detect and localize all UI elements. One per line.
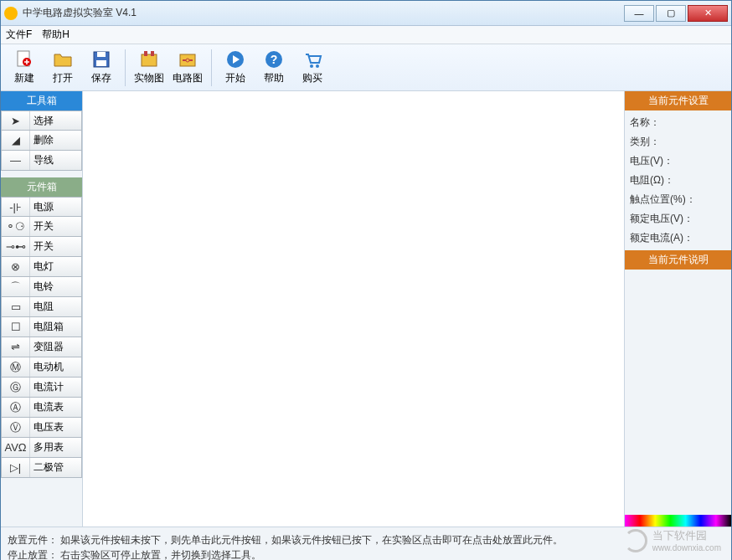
minimize-button[interactable]: — [624, 5, 654, 22]
realview-icon [139, 49, 159, 69]
component-icon: ▭ [2, 297, 30, 316]
svg-rect-3 [97, 52, 106, 57]
watermark-icon [624, 529, 647, 552]
component-icon: ⊗ [2, 257, 30, 276]
color-picker-bar[interactable] [625, 515, 731, 527]
component-item-4[interactable]: ⌒电铃 [1, 277, 82, 297]
cursor-icon: ➤ [2, 111, 30, 130]
new-icon [14, 49, 34, 69]
eraser-icon: ◢ [2, 131, 30, 150]
circuitview-icon [178, 49, 198, 69]
app-icon [4, 7, 18, 20]
window-controls: — ▢ ✕ [624, 5, 728, 22]
toolbox-header: 工具箱 [1, 91, 82, 110]
maximize-button[interactable]: ▢ [656, 5, 686, 22]
component-label: 电流计 [30, 380, 81, 394]
component-label: 电流表 [30, 400, 81, 414]
buy-button[interactable]: 购买 [294, 47, 331, 89]
component-item-1[interactable]: ⚬⚆开关 [1, 217, 82, 237]
help-button[interactable]: ? 帮助 [255, 47, 292, 89]
menu-help[interactable]: 帮助H [42, 28, 70, 42]
app-window: 中学电路虚拟实验室 V4.1 — ▢ ✕ 文件F 帮助H 新建 打开 保存 实物… [0, 0, 732, 560]
component-icon: Ⓖ [2, 378, 30, 397]
component-item-3[interactable]: ⊗电灯 [1, 257, 82, 277]
component-label: 电铃 [30, 280, 81, 294]
component-item-7[interactable]: ⇌变阻器 [1, 337, 82, 357]
status-line1: 放置元件： 如果该元件按钮未按下，则先单击此元件按钮，如果该元件按钮已按下，在实… [8, 532, 724, 547]
new-button[interactable]: 新建 [6, 47, 43, 89]
component-list: -|⊦电源⚬⚆开关⊸⊷开关⊗电灯⌒电铃▭电阻☐电阻箱⇌变阻器Ⓜ电动机Ⓖ电流计Ⓐ电… [1, 197, 82, 478]
component-label: 电灯 [30, 259, 81, 274]
prop-res: 电阻(Ω)： [630, 173, 726, 188]
component-item-2[interactable]: ⊸⊷开关 [1, 237, 82, 257]
component-item-0[interactable]: -|⊦电源 [1, 197, 82, 217]
component-label: 多用表 [30, 440, 81, 455]
toolbar-sep-2 [211, 49, 212, 86]
component-label: 电动机 [30, 360, 81, 374]
window-title: 中学电路虚拟实验室 V4.1 [23, 6, 624, 20]
open-icon [53, 49, 73, 69]
watermark-url: www.downxia.com [652, 543, 721, 552]
component-icon: Ⓜ [2, 357, 30, 377]
props-header: 当前元件设置 [625, 91, 731, 110]
svg-rect-5 [142, 54, 157, 66]
componentbox-header: 元件箱 [1, 177, 82, 197]
prop-name: 名称： [630, 116, 726, 130]
start-button[interactable]: 开始 [217, 47, 254, 89]
close-button[interactable]: ✕ [688, 5, 728, 22]
component-label: 电阻箱 [30, 320, 81, 334]
toolbar: 新建 打开 保存 实物图 电路图 开始 ? 帮助 购买 [1, 44, 731, 91]
right-pane: 当前元件设置 名称： 类别： 电压(V)： 电阻(Ω)： 触点位置(%)： 额定… [624, 91, 731, 527]
component-icon: -|⊦ [2, 198, 30, 216]
svg-rect-6 [144, 51, 147, 56]
start-icon [225, 49, 245, 69]
component-item-9[interactable]: Ⓖ电流计 [1, 378, 82, 398]
prop-ratedv: 额定电压(V)： [630, 212, 726, 226]
component-label: 电源 [30, 200, 81, 214]
buy-icon [302, 49, 322, 69]
titlebar: 中学电路虚拟实验室 V4.1 — ▢ ✕ [1, 1, 731, 26]
component-icon: AVΩ [2, 438, 30, 457]
prop-type: 类别： [630, 135, 726, 149]
component-icon: Ⓥ [2, 418, 30, 437]
wire-icon: — [2, 151, 30, 170]
component-icon: ☐ [2, 317, 30, 337]
component-item-10[interactable]: Ⓐ电流表 [1, 398, 82, 418]
open-button[interactable]: 打开 [44, 47, 81, 89]
watermark-text: 当下软件园 [652, 528, 721, 543]
component-item-11[interactable]: Ⓥ电压表 [1, 418, 82, 438]
realview-button[interactable]: 实物图 [131, 47, 168, 89]
svg-rect-4 [96, 60, 106, 66]
prop-rateda: 额定电流(A)： [630, 231, 726, 245]
canvas-area[interactable] [83, 91, 624, 527]
component-icon: Ⓐ [2, 398, 30, 417]
component-item-13[interactable]: ▷|二极管 [1, 458, 82, 478]
toolbar-sep-1 [125, 49, 126, 86]
watermark: 当下软件园 www.downxia.com [624, 528, 721, 552]
status-line2: 停止放置： 右击实验区可停止放置，并切换到选择工具。 [8, 547, 724, 560]
circuitview-button[interactable]: 电路图 [169, 47, 206, 89]
svg-text:?: ? [271, 53, 278, 66]
component-box: 元件箱 -|⊦电源⚬⚆开关⊸⊷开关⊗电灯⌒电铃▭电阻☐电阻箱⇌变阻器Ⓜ电动机Ⓖ电… [1, 177, 82, 478]
component-icon: ▷| [2, 458, 30, 477]
menu-file[interactable]: 文件F [6, 28, 32, 42]
props-list: 名称： 类别： 电压(V)： 电阻(Ω)： 触点位置(%)： 额定电压(V)： … [625, 110, 731, 250]
main-body: 工具箱 ➤选择 ◢删除 —导线 元件箱 -|⊦电源⚬⚆开关⊸⊷开关⊗电灯⌒电铃▭… [1, 91, 731, 527]
save-icon [91, 49, 111, 69]
toolbox-list: ➤选择 ◢删除 —导线 [1, 110, 82, 171]
component-item-5[interactable]: ▭电阻 [1, 297, 82, 317]
svg-point-13 [310, 64, 313, 68]
tool-delete[interactable]: ◢删除 [1, 131, 82, 151]
component-label: 变阻器 [30, 340, 81, 354]
save-button[interactable]: 保存 [83, 47, 120, 89]
help-icon: ? [264, 49, 284, 69]
tool-wire[interactable]: —导线 [1, 151, 82, 171]
prop-volt: 电压(V)： [630, 154, 726, 168]
component-icon: ⇌ [2, 337, 30, 357]
component-item-8[interactable]: Ⓜ电动机 [1, 357, 82, 378]
tool-select[interactable]: ➤选择 [1, 110, 82, 131]
desc-body [625, 270, 731, 515]
component-label: 开关 [30, 219, 81, 234]
component-item-6[interactable]: ☐电阻箱 [1, 317, 82, 337]
component-item-12[interactable]: AVΩ多用表 [1, 438, 82, 458]
